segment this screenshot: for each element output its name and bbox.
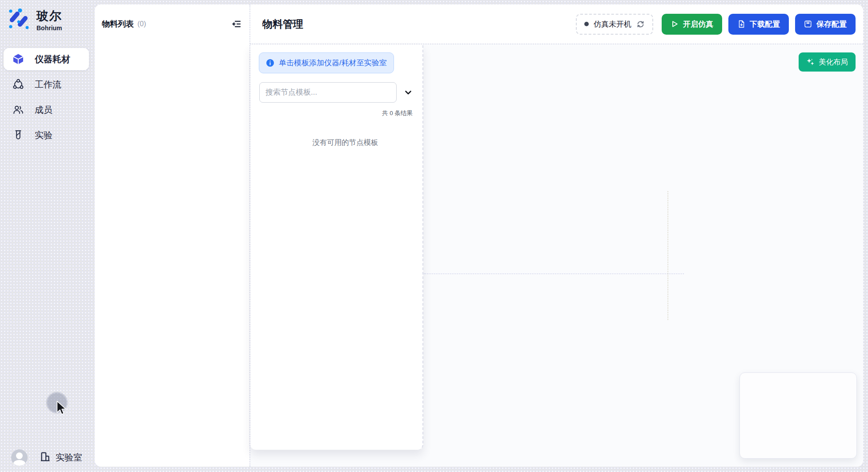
canvas-guide-vertical: [667, 191, 668, 320]
sidebar-bottom: 实验室: [0, 449, 95, 466]
sidebar-item-label: 工作流: [35, 79, 61, 91]
refresh-icon[interactable]: [636, 20, 645, 28]
lab-label: 实验室: [56, 452, 82, 464]
sidebar-item-label: 实验: [35, 129, 52, 141]
sidebar-item-label: 成员: [35, 104, 52, 116]
users-icon: [12, 104, 24, 116]
avatar[interactable]: [11, 449, 28, 466]
save-config-label: 保存配置: [816, 19, 847, 29]
workflow-icon: [12, 79, 24, 90]
node-templates-panel: 单击模板添加仪器/耗材至实验室 共 0 条结果 没有可用的节点模板: [250, 44, 423, 450]
download-config-button[interactable]: 下载配置: [728, 14, 789, 35]
sidebar-item-lab[interactable]: 实验室: [39, 451, 82, 464]
save-icon: [804, 20, 812, 28]
sparkles-icon: [806, 58, 815, 66]
brand-text: 玻尔 Bohrium: [36, 8, 62, 32]
beautify-layout-button[interactable]: 美化布局: [799, 52, 856, 72]
materials-list-count: (0): [137, 20, 146, 28]
materials-list-header: 物料列表 (0): [102, 18, 242, 30]
search-row: [259, 82, 422, 103]
building-icon: [39, 451, 51, 464]
simulation-status-pill[interactable]: 仿真未开机: [576, 14, 653, 35]
expand-filters-button[interactable]: [401, 85, 416, 100]
brand: 玻尔 Bohrium: [0, 0, 95, 32]
start-simulation-label: 开启仿真: [683, 19, 713, 29]
info-banner: 单击模板添加仪器/耗材至实验室: [259, 52, 394, 73]
sidebar-nav: 仪器耗材 工作流 成员: [0, 48, 95, 146]
page-title: 物料管理: [262, 17, 303, 31]
canvas-guide-horizontal: [424, 273, 684, 274]
brand-logo-icon: [7, 7, 30, 32]
status-dot-icon: [584, 22, 589, 26]
info-banner-text: 单击模板添加仪器/耗材至实验室: [279, 58, 387, 68]
test-tube-icon: [12, 129, 24, 141]
play-icon: [671, 20, 679, 28]
collapse-panel-button[interactable]: [230, 18, 242, 30]
sidebar: 玻尔 Bohrium 仪器耗材 工作流: [0, 0, 95, 472]
beautify-layout-label: 美化布局: [819, 57, 848, 67]
download-config-label: 下载配置: [750, 19, 780, 29]
right-column: 物料管理 仿真未开机: [250, 4, 863, 467]
minimap[interactable]: [739, 372, 857, 459]
empty-state-text: 没有可用的节点模板: [250, 138, 422, 148]
info-icon: [266, 59, 274, 67]
file-download-icon: [737, 20, 745, 28]
start-simulation-button[interactable]: 开启仿真: [662, 14, 722, 35]
result-count: 共 0 条结果: [250, 109, 413, 117]
brand-name-zh: 玻尔: [36, 8, 62, 24]
cube-icon: [12, 53, 24, 65]
brand-name-en: Bohrium: [36, 24, 62, 32]
sidebar-item-experiments[interactable]: 实验: [4, 124, 89, 146]
page-header: 物料管理 仿真未开机: [250, 4, 863, 44]
sidebar-item-workflow[interactable]: 工作流: [4, 73, 89, 96]
sidebar-item-label: 仪器耗材: [35, 53, 70, 65]
template-search-input[interactable]: [259, 82, 397, 103]
save-config-button[interactable]: 保存配置: [795, 14, 856, 35]
simulation-status-label: 仿真未开机: [594, 19, 631, 29]
materials-list-title: 物料列表: [102, 19, 134, 29]
flow-canvas[interactable]: 单击模板添加仪器/耗材至实验室 共 0 条结果 没有可用的节点模板: [250, 44, 863, 467]
materials-list-panel: 物料列表 (0): [95, 4, 250, 467]
sidebar-item-instruments[interactable]: 仪器耗材: [4, 48, 89, 70]
main-card: 物料列表 (0) 物料管理 仿真未开机: [95, 4, 863, 467]
sidebar-item-members[interactable]: 成员: [4, 99, 89, 121]
